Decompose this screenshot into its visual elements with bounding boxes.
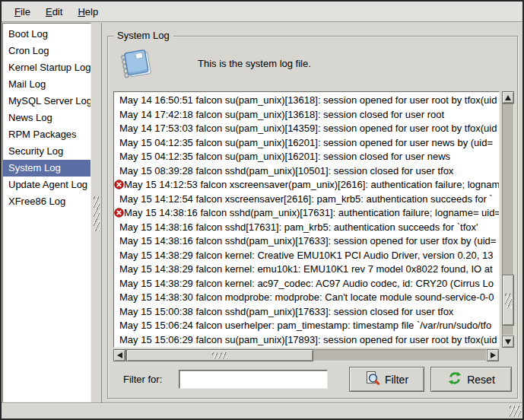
log-line: May 15 14:38:29 falcon kernel: emu10k1: … [114,262,499,277]
vertical-scroll-thumb[interactable] [502,275,514,326]
log-line: May 15 04:12:35 falcon su(pam_unix)[1620… [114,136,499,151]
log-text-view[interactable]: May 14 16:50:51 falcon su(pam_unix)[1361… [113,91,500,348]
filter-button-label: Filter [385,374,408,386]
log-line: May 15 14:12:54 falcon xscreensaver[2616… [114,192,499,207]
arrow-left-icon [117,352,122,358]
menu-item-file[interactable]: File [7,4,38,20]
log-list-sidebar: Boot LogCron LogKernel Startup LogMail L… [2,23,91,402]
log-line: May 15 14:38:16 falcon sshd[17631]: pam_… [114,221,499,235]
filter-label: Filter for: [123,374,162,385]
vertical-scrollbar [502,91,514,348]
log-line-text: May 14 17:42:18 falcon su(pam_unix)[1361… [119,109,444,120]
log-line: May 14 17:53:03 falcon su(pam_unix)[1435… [114,122,499,136]
log-line-text: May 15 14:38:30 falcon modprobe: modprob… [119,291,494,303]
log-line-text: May 14 16:50:51 falcon su(pam_unix)[1361… [119,94,497,106]
log-line-text: May 15 15:06:24 falcon userhelper: pam_t… [119,320,491,331]
filter-row: Filter for: Filter [113,367,512,392]
reset-icon [447,371,462,388]
log-line-text: May 15 14:38:29 falcon kernel: Creative … [119,250,493,261]
log-line-text: May 15 04:12:35 falcon su(pam_unix)[1620… [119,137,493,148]
reset-button[interactable]: Reset [430,367,512,392]
scroll-left-button[interactable] [113,349,125,361]
log-line-text: May 15 14:38:29 falcon kernel: emu10k1: … [119,263,493,275]
search-icon [365,371,380,388]
error-icon [114,208,124,218]
log-line: May 14 17:42:18 falcon su(pam_unix)[1361… [114,108,499,123]
horizontal-scroll-trough[interactable] [125,349,487,361]
log-line-text: May 15 15:06:29 falcon su(pam_unix)[1789… [119,334,497,345]
sidebar-item-mysql-server-log[interactable]: MySQL Server Log [3,93,91,110]
resize-grip[interactable] [510,406,521,417]
log-line-text: May 15 14:38:29 falcon kernel: ac97_code… [119,278,494,289]
log-line: May 15 14:38:29 falcon kernel: ac97_code… [114,277,499,291]
sidebar-item-cron-log[interactable]: Cron Log [3,43,91,59]
log-line-text: May 15 14:38:16 falcon sshd(pam_unix)[17… [124,207,499,218]
filter-input[interactable] [179,370,328,389]
menu-item-edit[interactable]: Edit [38,4,70,20]
system-log-frame: System Log This is the system l [107,36,518,399]
log-line-text: May 15 14:38:16 falcon sshd(pam_unix)[17… [119,235,496,247]
splitter-grip-icon [94,196,100,231]
log-line: May 15 15:00:38 falcon sshd(pam_unix)[17… [114,305,499,320]
log-viewer-window: FileEditHelp Boot LogCron LogKernel Star… [0,0,524,420]
log-line: May 15 08:39:28 falcon sshd(pam_unix)[10… [114,164,499,179]
vertical-scroll-trough[interactable] [502,103,514,336]
pane-splitter[interactable] [92,23,101,402]
sidebar-item-security-log[interactable]: Security Log [3,143,91,160]
status-bar [2,402,522,418]
scroll-right-button[interactable] [487,349,499,361]
log-line: May 15 14:38:16 falcon sshd(pam_unix)[17… [114,234,499,249]
scroll-up-button[interactable] [502,91,514,103]
log-description: This is the system log file. [198,58,311,69]
log-line-text: May 15 14:38:16 falcon sshd[17631]: pam_… [119,221,478,233]
log-line: May 15 15:06:29 falcon su(pam_unix)[1789… [114,333,499,348]
frame-title: System Log [113,30,173,41]
scroll-down-button[interactable] [502,336,514,348]
log-book-icon [117,46,152,81]
filter-button[interactable]: Filter [349,367,424,392]
thumb-grip-icon [212,352,227,359]
sidebar-item-update-agent-log[interactable]: Update Agent Log [3,177,91,193]
log-line: May 15 15:06:24 falcon userhelper: pam_t… [114,319,499,333]
arrow-down-icon [505,339,511,345]
log-line-text: May 15 04:12:35 falcon su(pam_unix)[1620… [119,151,450,162]
arrow-right-icon [491,352,496,358]
log-line: May 15 14:38:29 falcon kernel: Creative … [114,249,499,263]
sidebar-item-system-log[interactable]: System Log [3,160,91,177]
log-line-text: May 15 14:12:53 falcon xscreensaver(pam_… [124,179,499,190]
log-line: May 14 16:50:51 falcon su(pam_unix)[1361… [114,94,499,108]
log-line: May 15 04:12:35 falcon su(pam_unix)[1620… [114,150,499,164]
thumb-grip-icon [505,293,512,308]
log-line-text: May 15 08:39:28 falcon sshd(pam_unix)[10… [119,165,453,177]
sidebar-item-news-log[interactable]: News Log [3,110,91,126]
log-line: May 15 14:38:30 falcon modprobe: modprob… [114,291,499,305]
log-line-text: May 14 17:53:03 falcon su(pam_unix)[1435… [119,123,497,134]
sidebar-item-mail-log[interactable]: Mail Log [3,76,91,93]
menu-bar: FileEditHelp [2,2,522,22]
horizontal-scroll-thumb[interactable] [126,349,313,361]
horizontal-scrollbar [113,349,499,361]
sidebar-item-xfree86-log[interactable]: XFree86 Log [3,193,91,210]
arrow-up-icon [505,95,511,100]
log-line-error: May 15 14:12:53 falcon xscreensaver(pam_… [114,178,499,192]
sidebar-item-boot-log[interactable]: Boot Log [3,26,91,43]
log-line-text: May 15 14:12:54 falcon xscreensaver[2616… [119,193,493,205]
log-line-error: May 15 14:38:16 falcon sshd(pam_unix)[17… [114,206,499,221]
sidebar-item-kernel-startup-log[interactable]: Kernel Startup Log [3,59,91,76]
reset-button-label: Reset [467,374,495,386]
log-line-text: May 15 15:00:38 falcon sshd(pam_unix)[17… [119,306,453,317]
main-panel: System Log This is the system l [101,23,522,402]
sidebar-item-rpm-packages[interactable]: RPM Packages [3,126,91,143]
menu-item-help[interactable]: Help [70,4,106,20]
error-icon [114,180,124,189]
